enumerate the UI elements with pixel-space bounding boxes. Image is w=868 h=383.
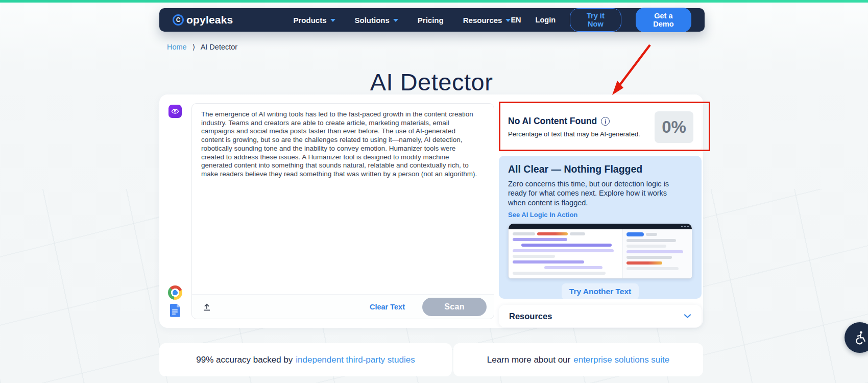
nav-item-pricing[interactable]: Pricing: [418, 16, 444, 25]
results-column: No AI Content Found i Percentage of text…: [499, 103, 702, 327]
caret-down-icon: [505, 19, 511, 22]
nav-item-products[interactable]: Products: [294, 16, 335, 25]
nav-item-label: Pricing: [418, 16, 444, 25]
caret-down-icon: [330, 19, 335, 22]
breadcrumb-current: AI Detector: [201, 43, 238, 51]
logo-text: opyleaks: [186, 14, 233, 26]
all-clear-card: All Clear — Nothing Flagged Zero concern…: [499, 156, 702, 299]
result-title: No AI Content Found: [508, 116, 597, 127]
ai-detector-page: C opyleaks Products Solutions Pricing Re…: [0, 0, 868, 383]
nav-right-group: EN Login Try it Now Get a Demo: [511, 8, 691, 32]
nav-item-solutions[interactable]: Solutions: [355, 16, 398, 25]
enterprise-text: Learn more about our: [487, 355, 571, 365]
nav-links: Products Solutions Pricing Resources: [294, 16, 511, 25]
chevron-down-icon: [684, 314, 691, 319]
caret-down-icon: [393, 19, 398, 22]
resources-accordion[interactable]: Resources: [499, 305, 702, 327]
preview-document-pane: [509, 229, 622, 279]
result-text-block: No AI Content Found i Percentage of text…: [508, 116, 640, 138]
all-clear-title: All Clear — Nothing Flagged: [508, 163, 692, 175]
google-docs-icon[interactable]: [170, 304, 181, 320]
detector-panel: The emergence of AI writing tools has le…: [159, 94, 703, 328]
breadcrumb-home-link[interactable]: Home: [167, 43, 187, 51]
nav-item-label: Products: [294, 16, 327, 25]
enterprise-card: Learn more about our enterprise solution…: [453, 343, 703, 376]
result-subtitle: Percentage of text that may be AI-genera…: [508, 130, 640, 138]
accessibility-widget-button[interactable]: [845, 322, 868, 353]
ai-score-badge: 0%: [655, 111, 693, 143]
breadcrumb: Home ⟩ AI Detector: [167, 43, 237, 51]
enterprise-suite-link[interactable]: enterprise solutions suite: [573, 355, 669, 365]
chrome-extension-icon[interactable]: [168, 285, 182, 300]
info-icon[interactable]: i: [601, 117, 610, 126]
footer-cards: 99% accuracy backed by independent third…: [159, 343, 703, 376]
upload-file-button[interactable]: [201, 301, 212, 313]
nav-item-label: Resources: [463, 16, 502, 25]
editor-footer: Clear Text Scan: [192, 294, 494, 319]
eye-icon: [168, 105, 182, 118]
preview-results-pane: [622, 229, 692, 279]
nav-item-label: Solutions: [355, 16, 390, 25]
detector-preview-graphic: [508, 224, 692, 279]
copyleaks-logo[interactable]: C opyleaks: [173, 14, 233, 26]
top-accent-strip: [0, 0, 868, 3]
accuracy-card: 99% accuracy backed by independent third…: [159, 343, 452, 376]
try-another-text-button[interactable]: Try Another Text: [562, 283, 639, 299]
copyleaks-logo-icon: C: [173, 14, 184, 26]
preview-window-body: [509, 229, 692, 279]
preview-window-bar: [509, 224, 692, 229]
nav-item-resources[interactable]: Resources: [463, 16, 511, 25]
get-a-demo-button[interactable]: Get a Demo: [636, 8, 691, 32]
editor-actions: Clear Text Scan: [367, 298, 487, 316]
language-selector[interactable]: EN: [511, 16, 521, 24]
clear-text-button[interactable]: Clear Text: [367, 302, 408, 312]
editor-text-input[interactable]: The emergence of AI writing tools has le…: [192, 104, 487, 185]
result-summary-card: No AI Content Found i Percentage of text…: [499, 103, 702, 151]
scan-button[interactable]: Scan: [422, 298, 487, 316]
page-title: AI Detector: [0, 68, 863, 96]
accuracy-text: 99% accuracy backed by: [196, 355, 293, 365]
navbar: C opyleaks Products Solutions Pricing Re…: [159, 8, 705, 32]
text-editor-panel: The emergence of AI writing tools has le…: [191, 103, 494, 319]
login-link[interactable]: Login: [536, 16, 556, 24]
resources-accordion-label: Resources: [509, 312, 552, 321]
breadcrumb-separator: ⟩: [192, 43, 196, 51]
all-clear-body: Zero concerns this time, but our detecti…: [508, 179, 679, 207]
try-it-now-button[interactable]: Try it Now: [570, 8, 621, 32]
see-ai-logic-link[interactable]: See AI Logic In Action: [508, 211, 692, 219]
third-party-studies-link[interactable]: independent third-party studies: [296, 355, 415, 365]
